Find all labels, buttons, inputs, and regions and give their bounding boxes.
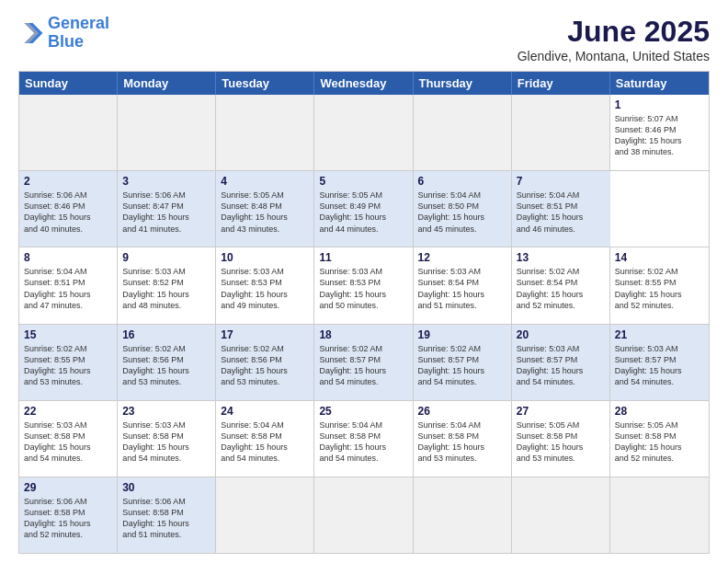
calendar-cell: 8Sunrise: 5:04 AM Sunset: 8:51 PM Daylig… — [19, 247, 118, 323]
calendar-cell: 20Sunrise: 5:03 AM Sunset: 8:57 PM Dayli… — [512, 325, 610, 400]
header-day: Tuesday — [216, 72, 314, 95]
calendar-cell — [414, 95, 512, 170]
page: General Blue June 2025 Glendive, Montana… — [0, 0, 728, 563]
calendar-cell: 13Sunrise: 5:02 AM Sunset: 8:54 PM Dayli… — [512, 247, 610, 323]
calendar-body: 1Sunrise: 5:07 AM Sunset: 8:46 PM Daylig… — [19, 95, 709, 553]
day-number: 6 — [418, 175, 506, 188]
cell-info: Sunrise: 5:04 AM Sunset: 8:58 PM Dayligh… — [418, 419, 506, 465]
calendar-cell: 7Sunrise: 5:04 AM Sunset: 8:51 PM Daylig… — [512, 171, 610, 247]
cell-info: Sunrise: 5:02 AM Sunset: 8:57 PM Dayligh… — [418, 343, 506, 388]
calendar-row: 2Sunrise: 5:06 AM Sunset: 8:46 PM Daylig… — [19, 170, 709, 247]
calendar-cell: 10Sunrise: 5:03 AM Sunset: 8:53 PM Dayli… — [216, 247, 314, 323]
calendar-cell: 18Sunrise: 5:02 AM Sunset: 8:57 PM Dayli… — [314, 325, 413, 400]
cell-info: Sunrise: 5:03 AM Sunset: 8:58 PM Dayligh… — [122, 419, 210, 465]
header-day: Wednesday — [314, 72, 413, 95]
cell-info: Sunrise: 5:07 AM Sunset: 8:46 PM Dayligh… — [615, 113, 704, 158]
cell-info: Sunrise: 5:02 AM Sunset: 8:55 PM Dayligh… — [24, 343, 112, 388]
calendar-cell: 5Sunrise: 5:05 AM Sunset: 8:49 PM Daylig… — [314, 171, 413, 247]
cell-info: Sunrise: 5:04 AM Sunset: 8:51 PM Dayligh… — [517, 190, 606, 235]
calendar-cell: 16Sunrise: 5:02 AM Sunset: 8:56 PM Dayli… — [118, 325, 216, 400]
calendar-cell: 14Sunrise: 5:02 AM Sunset: 8:55 PM Dayli… — [610, 247, 709, 323]
cell-info: Sunrise: 5:03 AM Sunset: 8:57 PM Dayligh… — [517, 343, 605, 388]
cell-info: Sunrise: 5:03 AM Sunset: 8:57 PM Dayligh… — [615, 343, 704, 388]
header-day: Friday — [512, 72, 610, 95]
cell-info: Sunrise: 5:03 AM Sunset: 8:54 PM Dayligh… — [418, 266, 506, 311]
calendar-row: 22Sunrise: 5:03 AM Sunset: 8:58 PM Dayli… — [19, 400, 709, 477]
cell-info: Sunrise: 5:03 AM Sunset: 8:53 PM Dayligh… — [319, 266, 407, 311]
cell-info: Sunrise: 5:03 AM Sunset: 8:58 PM Dayligh… — [24, 419, 112, 465]
calendar-cell — [610, 477, 709, 553]
day-number: 9 — [122, 251, 210, 264]
day-number: 12 — [418, 251, 506, 264]
calendar-row: 1Sunrise: 5:07 AM Sunset: 8:46 PM Daylig… — [19, 95, 709, 170]
day-number: 8 — [24, 251, 112, 264]
day-number: 17 — [221, 328, 309, 341]
calendar-row: 8Sunrise: 5:04 AM Sunset: 8:51 PM Daylig… — [19, 247, 709, 323]
calendar-cell: 4Sunrise: 5:05 AM Sunset: 8:48 PM Daylig… — [216, 171, 314, 247]
calendar-cell — [414, 477, 512, 553]
day-number: 15 — [24, 328, 112, 341]
cell-info: Sunrise: 5:04 AM Sunset: 8:58 PM Dayligh… — [319, 419, 407, 465]
calendar-cell — [216, 477, 314, 553]
calendar-cell: 17Sunrise: 5:02 AM Sunset: 8:56 PM Dayli… — [216, 325, 314, 400]
cell-info: Sunrise: 5:05 AM Sunset: 8:48 PM Dayligh… — [221, 190, 309, 235]
calendar-cell: 12Sunrise: 5:03 AM Sunset: 8:54 PM Dayli… — [414, 247, 512, 323]
calendar-cell: 2Sunrise: 5:06 AM Sunset: 8:46 PM Daylig… — [19, 171, 118, 247]
cell-info: Sunrise: 5:02 AM Sunset: 8:55 PM Dayligh… — [615, 266, 704, 311]
logo-icon — [18, 20, 44, 46]
header-day: Sunday — [19, 72, 118, 95]
logo: General Blue — [18, 15, 109, 52]
calendar-cell: 19Sunrise: 5:02 AM Sunset: 8:57 PM Dayli… — [414, 325, 512, 400]
calendar-cell — [512, 95, 610, 170]
day-number: 27 — [517, 405, 605, 418]
calendar-cell — [314, 477, 413, 553]
cell-info: Sunrise: 5:06 AM Sunset: 8:58 PM Dayligh… — [122, 496, 210, 541]
day-number: 28 — [615, 405, 704, 418]
calendar: SundayMondayTuesdayWednesdayThursdayFrid… — [18, 71, 710, 554]
cell-info: Sunrise: 5:03 AM Sunset: 8:53 PM Dayligh… — [221, 266, 309, 311]
calendar-cell: 29Sunrise: 5:06 AM Sunset: 8:58 PM Dayli… — [19, 477, 118, 553]
day-number: 24 — [221, 405, 309, 418]
cell-info: Sunrise: 5:06 AM Sunset: 8:58 PM Dayligh… — [24, 496, 112, 541]
calendar-cell — [216, 95, 314, 170]
calendar-cell: 24Sunrise: 5:04 AM Sunset: 8:58 PM Dayli… — [216, 401, 314, 477]
day-number: 23 — [122, 405, 210, 418]
cell-info: Sunrise: 5:04 AM Sunset: 8:50 PM Dayligh… — [418, 190, 506, 235]
cell-info: Sunrise: 5:03 AM Sunset: 8:52 PM Dayligh… — [122, 266, 210, 311]
header-day: Monday — [118, 72, 216, 95]
calendar-cell — [314, 95, 413, 170]
cell-info: Sunrise: 5:06 AM Sunset: 8:46 PM Dayligh… — [24, 190, 112, 235]
header: General Blue June 2025 Glendive, Montana… — [18, 15, 710, 63]
day-number: 16 — [122, 328, 210, 341]
day-number: 20 — [517, 328, 605, 341]
day-number: 22 — [24, 405, 112, 418]
calendar-row: 15Sunrise: 5:02 AM Sunset: 8:55 PM Dayli… — [19, 324, 709, 400]
calendar-cell — [19, 95, 118, 170]
day-number: 21 — [615, 328, 704, 341]
day-number: 19 — [418, 328, 506, 341]
calendar-cell: 21Sunrise: 5:03 AM Sunset: 8:57 PM Dayli… — [610, 325, 709, 400]
calendar-cell: 11Sunrise: 5:03 AM Sunset: 8:53 PM Dayli… — [314, 247, 413, 323]
calendar-cell: 26Sunrise: 5:04 AM Sunset: 8:58 PM Dayli… — [414, 401, 512, 477]
day-number: 1 — [615, 98, 704, 111]
calendar-cell: 28Sunrise: 5:05 AM Sunset: 8:58 PM Dayli… — [610, 401, 709, 477]
calendar-cell — [512, 477, 610, 553]
cell-info: Sunrise: 5:05 AM Sunset: 8:58 PM Dayligh… — [615, 419, 704, 465]
cell-info: Sunrise: 5:02 AM Sunset: 8:57 PM Dayligh… — [319, 343, 407, 388]
day-number: 5 — [319, 175, 407, 188]
calendar-cell: 22Sunrise: 5:03 AM Sunset: 8:58 PM Dayli… — [19, 401, 118, 477]
day-number: 29 — [24, 481, 112, 494]
calendar-row: 29Sunrise: 5:06 AM Sunset: 8:58 PM Dayli… — [19, 477, 709, 553]
calendar-cell: 23Sunrise: 5:03 AM Sunset: 8:58 PM Dayli… — [118, 401, 216, 477]
calendar-header: SundayMondayTuesdayWednesdayThursdayFrid… — [19, 72, 709, 95]
day-number: 4 — [221, 175, 309, 188]
calendar-cell — [118, 95, 216, 170]
header-day: Thursday — [414, 72, 512, 95]
day-number: 10 — [221, 251, 309, 264]
subtitle: Glendive, Montana, United States — [518, 49, 710, 63]
logo-text: General Blue — [48, 15, 109, 52]
title-block: June 2025 Glendive, Montana, United Stat… — [518, 15, 710, 63]
day-number: 14 — [615, 251, 704, 264]
calendar-cell: 3Sunrise: 5:06 AM Sunset: 8:47 PM Daylig… — [118, 171, 216, 247]
calendar-cell: 1Sunrise: 5:07 AM Sunset: 8:46 PM Daylig… — [610, 95, 709, 170]
